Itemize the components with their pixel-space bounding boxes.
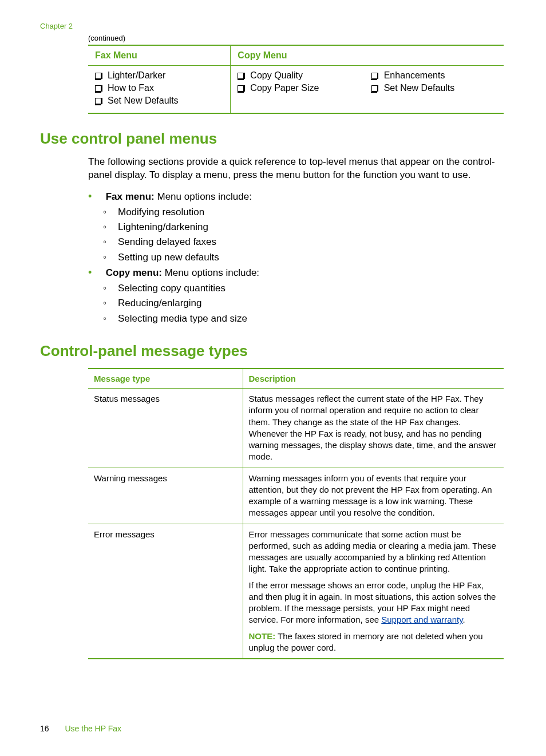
list-item: Reducing/enlarging [103,296,506,311]
checkbox-icon [371,85,378,92]
checkbox-icon [238,73,244,79]
list-item: Setting up new defaults [103,250,506,265]
note-label: NOTE: [249,631,276,641]
message-types-table: Message type Description Status messages… [88,368,504,659]
footer-section-title: Use the HP Fax [65,724,121,733]
list-item: Lighter/Darker [95,70,223,81]
table-row: Warning messages Warning messages inform… [88,468,504,524]
heading-control-panel-message-types: Control-panel message types [40,342,506,360]
page-footer: 16 Use the HP Fax [40,724,121,733]
list-item: Copy Quality [238,70,363,81]
list-item: Modifying resolution [103,205,506,220]
heading-use-control-panel-menus: Use control panel menus [40,130,506,148]
list-item: Sending delayed faxes [103,235,506,250]
fax-menu-cell: Lighter/Darker How to Fax Set New Defaul… [88,66,231,114]
list-item: How to Fax [95,83,223,93]
list-item: Set New Defaults [95,96,223,106]
chapter-label: Chapter 2 [40,22,506,30]
support-warranty-link[interactable]: Support and warranty [381,615,462,624]
menu-table: Fax Menu Copy Menu Lighter/Darker How to… [88,45,504,114]
col-description: Description [243,369,504,389]
copy-menu-cell: Copy Quality Copy Paper Size Enhancement… [231,66,504,114]
fax-menu-header: Fax Menu [88,45,231,66]
list-item: Copy Paper Size [238,83,363,93]
col-message-type: Message type [88,369,243,389]
intro-paragraph: The following sections provide a quick r… [88,156,506,182]
checkbox-icon [95,85,101,92]
list-item: Lightening/darkening [103,220,506,235]
page-number: 16 [40,724,49,733]
continued-label: (continued) [88,34,506,42]
list-item: Set New Defaults [371,83,497,93]
checkbox-icon [371,73,378,79]
list-item: Fax menu: Menu options include: Modifyin… [88,189,506,265]
menu-options-list: Fax menu: Menu options include: Modifyin… [88,189,506,326]
copy-menu-header: Copy Menu [231,45,504,66]
table-row: Error messages Error messages communicat… [88,524,504,659]
list-item: Selecting media type and size [103,311,506,326]
list-item: Copy menu: Menu options include: Selecti… [88,265,506,326]
list-item: Selecting copy quantities [103,281,506,296]
list-item: Enhancements [371,70,497,81]
checkbox-icon [238,85,244,92]
checkbox-icon [95,73,101,79]
checkbox-icon [95,98,101,104]
table-row: Status messages Status messages reflect … [88,389,504,468]
